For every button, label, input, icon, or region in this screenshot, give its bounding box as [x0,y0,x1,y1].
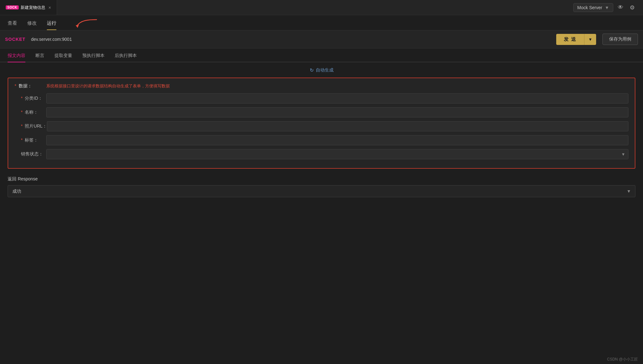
send-button-group: 发 送 ▼ [556,34,596,45]
tab-message-content[interactable]: 报文内容 [8,53,25,62]
url-input[interactable] [31,37,552,42]
mock-server-label: Mock Server [577,5,602,10]
footer-text: CSDN @小小工匠 [607,357,638,361]
response-title: 返回 Response [8,176,635,182]
tabs-row: 报文内容 断言 提取变量 预执行脚本 后执行脚本 [0,48,643,62]
top-bar: SOCK 新建宠物信息 × Mock Server ▼ 👁 ⚙ [0,0,643,15]
sub-nav-run[interactable]: 运行 [47,20,56,30]
svg-marker-0 [76,25,79,28]
tab-post-script[interactable]: 后执行脚本 [115,53,137,62]
sub-nav-view[interactable]: 查看 [8,20,17,30]
main-tab[interactable]: SOCK 新建宠物信息 × [0,0,57,15]
photo-url-input[interactable] [47,121,628,131]
tab-close-icon[interactable]: × [48,5,51,10]
gear-icon: ⚙ [630,4,635,11]
tab-title: 新建宠物信息 [21,5,45,10]
arrow-indicator [74,17,100,29]
required-star: * [15,83,16,88]
response-select[interactable]: 成功 失败 [8,185,635,197]
form-header: * 数据： 系统根据接口里设计的请求数据结构自动生成了表单，方便填写数据 [15,83,628,89]
send-dropdown-button[interactable]: ▼ [584,34,596,45]
tab-bar: SOCK 新建宠物信息 × [0,0,57,15]
field-sale-status: 销售状态： 可售 待售 已售 ▼ [15,149,628,159]
category-id-label: * 分类ID： [15,96,46,101]
tag-label: * 标签： [15,137,46,143]
footer: CSDN @小小工匠 [602,355,643,364]
sale-status-select-wrapper: 可售 待售 已售 ▼ [46,149,628,159]
tag-input[interactable] [46,135,628,145]
field-photo-url: * 照片URL： [15,121,628,131]
name-input[interactable] [46,107,628,117]
field-tag: * 标签： [15,135,628,145]
tab-badge: SOCK [6,5,19,9]
settings-button[interactable]: ⚙ [628,3,637,12]
refresh-icon: ↻ [310,67,314,73]
data-field-label: * 数据： [15,83,40,89]
mock-server-dropdown[interactable]: Mock Server ▼ [573,3,613,12]
response-select-wrapper: 成功 失败 ▼ [8,185,635,197]
sub-nav-edit[interactable]: 修改 [27,20,37,30]
sale-status-select[interactable]: 可售 待售 已售 [46,149,628,159]
sale-status-label: 销售状态： [15,151,46,157]
send-button[interactable]: 发 送 [556,34,584,45]
form-box: * 数据： 系统根据接口里设计的请求数据结构自动生成了表单，方便填写数据 * 分… [8,78,635,169]
auto-generate-button[interactable]: ↻ 自动生成 [8,67,635,73]
auto-gen-label: 自动生成 [316,67,334,73]
response-section: 返回 Response 成功 失败 ▼ [8,176,635,197]
method-badge: SOCKET [5,37,27,42]
save-as-case-button[interactable]: 保存为用例 [602,34,638,45]
chevron-down-icon: ▼ [605,5,609,10]
top-right-controls: Mock Server ▼ 👁 ⚙ [573,3,643,12]
sub-nav: 查看 修改 运行 [0,15,643,30]
chevron-down-icon: ▼ [588,37,592,42]
photo-url-label: * 照片URL： [15,123,47,129]
field-category-id: * 分类ID： [15,93,628,104]
form-hint: 系统根据接口里设计的请求数据结构自动生成了表单，方便填写数据 [46,83,170,89]
tab-extract-variable[interactable]: 提取变量 [54,53,72,62]
eye-icon: 👁 [618,4,623,10]
tab-pre-script[interactable]: 预执行脚本 [82,53,105,62]
name-label: * 名称： [15,110,46,115]
eye-button[interactable]: 👁 [616,3,625,12]
main-content: ↻ 自动生成 * 数据： 系统根据接口里设计的请求数据结构自动生成了表单，方便填… [0,62,643,202]
url-bar: SOCKET 发 送 ▼ 保存为用例 [0,30,643,48]
category-id-input[interactable] [46,93,628,104]
tab-assertion[interactable]: 断言 [35,53,44,62]
field-name: * 名称： [15,107,628,117]
